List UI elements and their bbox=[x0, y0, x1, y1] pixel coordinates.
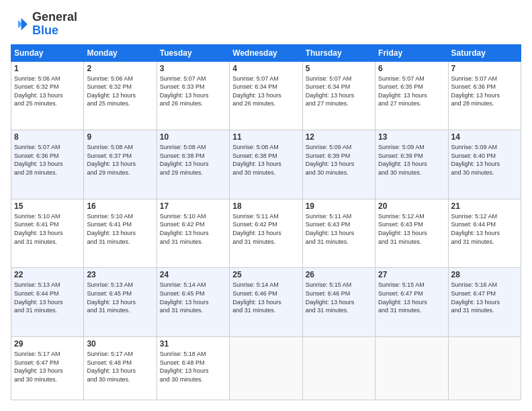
day-info: Sunrise: 5:07 AM Sunset: 6:36 PM Dayligh… bbox=[451, 75, 518, 108]
day-info: Sunrise: 5:12 AM Sunset: 6:44 PM Dayligh… bbox=[451, 212, 518, 246]
calendar-cell: 28 Sunrise: 5:16 AM Sunset: 6:47 PM Dayl… bbox=[448, 268, 521, 337]
day-info: Sunrise: 5:11 AM Sunset: 6:42 PM Dayligh… bbox=[232, 212, 299, 246]
day-info: Sunrise: 5:14 AM Sunset: 6:46 PM Dayligh… bbox=[232, 281, 299, 314]
day-info: Sunrise: 5:07 AM Sunset: 6:36 PM Dayligh… bbox=[14, 143, 81, 177]
day-number: 18 bbox=[232, 201, 299, 211]
logo-text: General Blue bbox=[32, 11, 77, 38]
calendar-cell: 21 Sunrise: 5:12 AM Sunset: 6:44 PM Dayl… bbox=[448, 199, 521, 268]
weekday-header-monday: Monday bbox=[84, 44, 157, 61]
calendar-cell: 26 Sunrise: 5:15 AM Sunset: 6:46 PM Dayl… bbox=[302, 268, 375, 337]
calendar-cell: 3 Sunrise: 5:07 AM Sunset: 6:33 PM Dayli… bbox=[157, 61, 229, 130]
calendar-table: SundayMondayTuesdayWednesdayThursdayFrid… bbox=[11, 44, 521, 400]
day-info: Sunrise: 5:12 AM Sunset: 6:43 PM Dayligh… bbox=[378, 212, 445, 246]
day-number: 24 bbox=[160, 270, 226, 279]
calendar-cell: 4 Sunrise: 5:07 AM Sunset: 6:34 PM Dayli… bbox=[230, 61, 302, 130]
day-number: 23 bbox=[87, 270, 153, 279]
day-info: Sunrise: 5:17 AM Sunset: 6:47 PM Dayligh… bbox=[14, 350, 81, 383]
day-number: 1 bbox=[14, 64, 81, 73]
calendar-cell: 10 Sunrise: 5:08 AM Sunset: 6:38 PM Dayl… bbox=[157, 130, 229, 199]
day-info: Sunrise: 5:08 AM Sunset: 6:37 PM Dayligh… bbox=[87, 143, 153, 177]
day-info: Sunrise: 5:16 AM Sunset: 6:47 PM Dayligh… bbox=[451, 281, 518, 314]
header: General Blue bbox=[11, 11, 521, 38]
calendar-cell: 6 Sunrise: 5:07 AM Sunset: 6:35 PM Dayli… bbox=[375, 61, 448, 130]
day-info: Sunrise: 5:10 AM Sunset: 6:41 PM Dayligh… bbox=[14, 212, 81, 246]
day-info: Sunrise: 5:07 AM Sunset: 6:34 PM Dayligh… bbox=[232, 75, 299, 108]
day-number: 4 bbox=[232, 64, 299, 73]
day-info: Sunrise: 5:18 AM Sunset: 6:48 PM Dayligh… bbox=[160, 350, 226, 383]
calendar-cell: 14 Sunrise: 5:09 AM Sunset: 6:40 PM Dayl… bbox=[448, 130, 521, 199]
day-info: Sunrise: 5:13 AM Sunset: 6:45 PM Dayligh… bbox=[87, 281, 153, 314]
day-number: 21 bbox=[451, 201, 518, 211]
day-number: 2 bbox=[87, 64, 153, 73]
day-info: Sunrise: 5:08 AM Sunset: 6:38 PM Dayligh… bbox=[232, 143, 299, 177]
weekday-header-tuesday: Tuesday bbox=[157, 44, 229, 61]
day-number: 26 bbox=[306, 270, 372, 279]
day-number: 11 bbox=[232, 132, 299, 142]
day-number: 14 bbox=[451, 132, 518, 142]
day-number: 8 bbox=[14, 132, 81, 142]
calendar-cell: 8 Sunrise: 5:07 AM Sunset: 6:36 PM Dayli… bbox=[11, 130, 84, 199]
day-info: Sunrise: 5:15 AM Sunset: 6:46 PM Dayligh… bbox=[306, 281, 372, 314]
calendar-cell: 18 Sunrise: 5:11 AM Sunset: 6:42 PM Dayl… bbox=[230, 199, 302, 268]
logo: General Blue bbox=[11, 11, 77, 38]
weekday-header-wednesday: Wednesday bbox=[230, 44, 302, 61]
day-info: Sunrise: 5:08 AM Sunset: 6:38 PM Dayligh… bbox=[160, 143, 226, 177]
calendar-cell: 27 Sunrise: 5:15 AM Sunset: 6:47 PM Dayl… bbox=[375, 268, 448, 337]
day-number: 3 bbox=[160, 64, 226, 73]
day-number: 29 bbox=[14, 339, 81, 349]
day-number: 13 bbox=[378, 132, 445, 142]
calendar-cell: 11 Sunrise: 5:08 AM Sunset: 6:38 PM Dayl… bbox=[230, 130, 302, 199]
day-info: Sunrise: 5:15 AM Sunset: 6:47 PM Dayligh… bbox=[378, 281, 445, 314]
calendar-week-row: 8 Sunrise: 5:07 AM Sunset: 6:36 PM Dayli… bbox=[11, 130, 521, 199]
day-number: 31 bbox=[160, 339, 226, 349]
calendar-cell: 23 Sunrise: 5:13 AM Sunset: 6:45 PM Dayl… bbox=[84, 268, 157, 337]
day-number: 12 bbox=[306, 132, 372, 142]
calendar-cell: 24 Sunrise: 5:14 AM Sunset: 6:45 PM Dayl… bbox=[157, 268, 229, 337]
weekday-header-sunday: Sunday bbox=[11, 44, 84, 61]
day-info: Sunrise: 5:10 AM Sunset: 6:42 PM Dayligh… bbox=[160, 212, 226, 246]
calendar-cell: 2 Sunrise: 5:06 AM Sunset: 6:32 PM Dayli… bbox=[84, 61, 157, 130]
day-number: 27 bbox=[378, 270, 445, 279]
calendar-cell: 15 Sunrise: 5:10 AM Sunset: 6:41 PM Dayl… bbox=[11, 199, 84, 268]
day-number: 6 bbox=[378, 64, 445, 73]
day-info: Sunrise: 5:10 AM Sunset: 6:41 PM Dayligh… bbox=[87, 212, 153, 246]
day-number: 5 bbox=[306, 64, 372, 73]
calendar-cell: 30 Sunrise: 5:17 AM Sunset: 6:48 PM Dayl… bbox=[84, 336, 157, 400]
calendar-cell: 16 Sunrise: 5:10 AM Sunset: 6:41 PM Dayl… bbox=[84, 199, 157, 268]
day-number: 10 bbox=[160, 132, 226, 142]
calendar-cell bbox=[302, 336, 375, 400]
calendar-cell: 12 Sunrise: 5:09 AM Sunset: 6:39 PM Dayl… bbox=[302, 130, 375, 199]
day-number: 28 bbox=[451, 270, 518, 279]
weekday-header-thursday: Thursday bbox=[302, 44, 375, 61]
calendar-week-row: 22 Sunrise: 5:13 AM Sunset: 6:44 PM Dayl… bbox=[11, 268, 521, 337]
day-number: 22 bbox=[14, 270, 81, 279]
calendar-cell bbox=[375, 336, 448, 400]
day-number: 9 bbox=[87, 132, 153, 142]
day-number: 19 bbox=[306, 201, 372, 211]
day-number: 16 bbox=[87, 201, 153, 211]
day-info: Sunrise: 5:09 AM Sunset: 6:40 PM Dayligh… bbox=[451, 143, 518, 177]
calendar-week-row: 29 Sunrise: 5:17 AM Sunset: 6:47 PM Dayl… bbox=[11, 336, 521, 400]
calendar-cell: 13 Sunrise: 5:09 AM Sunset: 6:39 PM Dayl… bbox=[375, 130, 448, 199]
page: General Blue SundayMondayTuesdayWednesda… bbox=[0, 0, 532, 411]
calendar-cell: 22 Sunrise: 5:13 AM Sunset: 6:44 PM Dayl… bbox=[11, 268, 84, 337]
day-number: 25 bbox=[232, 270, 299, 279]
calendar-cell: 17 Sunrise: 5:10 AM Sunset: 6:42 PM Dayl… bbox=[157, 199, 229, 268]
weekday-header-row: SundayMondayTuesdayWednesdayThursdayFrid… bbox=[11, 44, 521, 61]
day-info: Sunrise: 5:07 AM Sunset: 6:34 PM Dayligh… bbox=[306, 75, 372, 108]
day-info: Sunrise: 5:09 AM Sunset: 6:39 PM Dayligh… bbox=[378, 143, 445, 177]
day-info: Sunrise: 5:14 AM Sunset: 6:45 PM Dayligh… bbox=[160, 281, 226, 314]
day-info: Sunrise: 5:13 AM Sunset: 6:44 PM Dayligh… bbox=[14, 281, 81, 314]
calendar-cell bbox=[230, 336, 302, 400]
calendar-cell: 20 Sunrise: 5:12 AM Sunset: 6:43 PM Dayl… bbox=[375, 199, 448, 268]
day-number: 20 bbox=[378, 201, 445, 211]
calendar-week-row: 1 Sunrise: 5:06 AM Sunset: 6:32 PM Dayli… bbox=[11, 61, 521, 130]
calendar-cell: 29 Sunrise: 5:17 AM Sunset: 6:47 PM Dayl… bbox=[11, 336, 84, 400]
day-info: Sunrise: 5:17 AM Sunset: 6:48 PM Dayligh… bbox=[87, 350, 153, 383]
calendar-cell: 7 Sunrise: 5:07 AM Sunset: 6:36 PM Dayli… bbox=[448, 61, 521, 130]
calendar-cell: 5 Sunrise: 5:07 AM Sunset: 6:34 PM Dayli… bbox=[302, 61, 375, 130]
calendar-cell: 31 Sunrise: 5:18 AM Sunset: 6:48 PM Dayl… bbox=[157, 336, 229, 400]
day-number: 15 bbox=[14, 201, 81, 211]
day-info: Sunrise: 5:11 AM Sunset: 6:43 PM Dayligh… bbox=[306, 212, 372, 246]
weekday-header-saturday: Saturday bbox=[448, 44, 521, 61]
